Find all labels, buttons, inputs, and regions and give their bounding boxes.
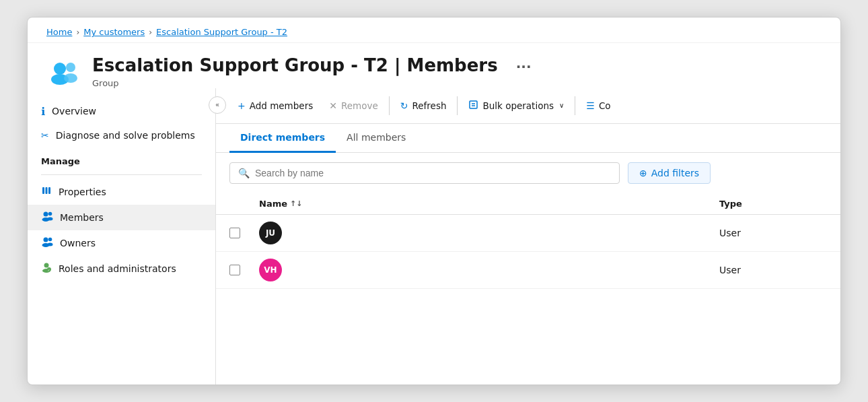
toolbar: + Add members ✕ Remove ↻ Refresh [216, 88, 840, 124]
main-window: Home › My customers › Escalation Support… [27, 17, 841, 384]
manage-section-label: Manage [28, 147, 215, 170]
columns-button[interactable]: ☰ Co [578, 96, 618, 116]
page-header: Escalation Support Group - T2 | Members … [28, 43, 840, 88]
sidebar-item-label: Overview [52, 106, 96, 116]
search-input[interactable] [255, 168, 611, 178]
tab-direct-members[interactable]: Direct members [229, 124, 336, 153]
search-icon: 🔍 [238, 168, 250, 178]
filter-label: Add filters [651, 168, 699, 178]
sidebar-item-diagnose[interactable]: ✂ Diagnose and solve problems [28, 124, 215, 147]
breadcrumb-current[interactable]: Escalation Support Group - T2 [156, 27, 287, 37]
name-column-header[interactable]: Name ↑↓ [259, 199, 690, 209]
header-checkbox-col [229, 199, 259, 209]
table-row: VH User [216, 252, 840, 289]
svg-point-13 [48, 237, 52, 241]
bulk-operations-label: Bulk operations [482, 100, 554, 111]
svg-rect-4 [42, 187, 44, 194]
sidebar-item-overview[interactable]: ℹ Overview [28, 99, 215, 124]
checkbox-ju[interactable] [229, 228, 240, 238]
more-options-button[interactable]: ··· [512, 57, 536, 76]
svg-point-3 [64, 73, 77, 83]
bulk-dropdown-arrow: ∨ [559, 102, 564, 109]
refresh-label: Refresh [412, 100, 447, 111]
tabs-bar: Direct members All members [216, 124, 840, 153]
svg-point-9 [48, 211, 52, 215]
group-subtitle: Group [92, 78, 536, 88]
members-table: Name ↑↓ Type JU [216, 193, 840, 384]
refresh-icon: ↻ [400, 100, 408, 111]
group-icon [46, 58, 81, 86]
sidebar-collapse-button[interactable]: « [209, 96, 226, 114]
page-title: Escalation Support Group - T2 | Members … [92, 55, 536, 76]
tab-all-members[interactable]: All members [336, 124, 417, 153]
sort-arrows-icon: ↑↓ [290, 199, 302, 208]
info-icon: ℹ [41, 105, 45, 118]
row-checkbox[interactable] [229, 228, 259, 238]
svg-point-0 [54, 63, 66, 75]
breadcrumb-sep1: › [76, 28, 79, 37]
breadcrumb-my-customers[interactable]: My customers [83, 27, 145, 37]
cell-name-ju: JU [259, 222, 690, 244]
avatar-vh: VH [259, 259, 282, 281]
svg-text:✓: ✓ [48, 268, 50, 271]
spacer-col [690, 199, 719, 209]
properties-icon [41, 185, 52, 199]
breadcrumb-sep2: › [149, 28, 152, 37]
table-header: Name ↑↓ Type [216, 193, 840, 215]
svg-point-14 [48, 242, 53, 246]
type-ju: User [719, 228, 827, 238]
toolbar-divider-1 [389, 96, 390, 115]
sidebar-item-label: Diagnose and solve problems [56, 130, 195, 141]
roles-icon: ✓ [41, 262, 52, 275]
main-layout: « ℹ Overview ✂ Diagnose and solve proble… [28, 88, 840, 384]
remove-icon: ✕ [329, 100, 337, 111]
type-column-header: Type [719, 199, 827, 209]
tools-icon: ✂ [41, 130, 49, 141]
members-icon [41, 211, 53, 224]
row-checkbox[interactable] [229, 265, 259, 275]
toolbar-divider-3 [575, 96, 575, 115]
sidebar-item-label: Properties [59, 187, 106, 197]
header-text: Escalation Support Group - T2 | Members … [92, 55, 536, 88]
breadcrumb: Home › My customers › Escalation Support… [28, 18, 840, 43]
svg-point-15 [44, 263, 49, 267]
add-icon: + [238, 100, 246, 111]
sidebar-divider [41, 174, 202, 175]
add-members-button[interactable]: + Add members [229, 96, 321, 116]
sidebar-item-label: Members [60, 212, 104, 223]
columns-icon: ☰ [586, 100, 595, 111]
avatar-ju: JU [259, 222, 282, 244]
remove-label: Remove [341, 100, 378, 111]
columns-label: Co [599, 100, 611, 111]
bulk-icon [468, 100, 478, 112]
add-filters-button[interactable]: ⊕ Add filters [628, 162, 711, 184]
sidebar-item-members[interactable]: Members [28, 205, 215, 230]
svg-point-11 [44, 237, 48, 242]
add-members-label: Add members [250, 100, 314, 111]
svg-point-7 [44, 211, 48, 216]
checkbox-vh[interactable] [229, 265, 240, 275]
refresh-button[interactable]: ↻ Refresh [392, 96, 455, 116]
type-vh: User [719, 265, 827, 275]
sidebar-item-label: Roles and administrators [59, 263, 176, 274]
sidebar: « ℹ Overview ✂ Diagnose and solve proble… [28, 88, 216, 384]
sidebar-item-roles[interactable]: ✓ Roles and administrators [28, 256, 215, 281]
owners-icon [41, 236, 53, 250]
sidebar-item-label: Owners [60, 238, 96, 248]
toolbar-divider-2 [457, 96, 458, 115]
cell-name-vh: VH [259, 259, 690, 281]
svg-point-2 [66, 63, 75, 72]
bulk-operations-button[interactable]: Bulk operations ∨ [460, 95, 572, 116]
remove-button[interactable]: ✕ Remove [321, 96, 386, 116]
content-area: + Add members ✕ Remove ↻ Refresh [216, 88, 840, 384]
breadcrumb-home[interactable]: Home [46, 27, 72, 37]
svg-rect-6 [48, 187, 50, 194]
sidebar-item-properties[interactable]: Properties [28, 179, 215, 205]
svg-point-10 [48, 217, 53, 220]
sidebar-item-owners[interactable]: Owners [28, 230, 215, 256]
search-area: 🔍 ⊕ Add filters [216, 153, 840, 193]
filter-icon: ⊕ [639, 168, 647, 178]
svg-rect-5 [46, 187, 48, 194]
search-box[interactable]: 🔍 [229, 162, 620, 184]
svg-rect-19 [470, 101, 477, 108]
